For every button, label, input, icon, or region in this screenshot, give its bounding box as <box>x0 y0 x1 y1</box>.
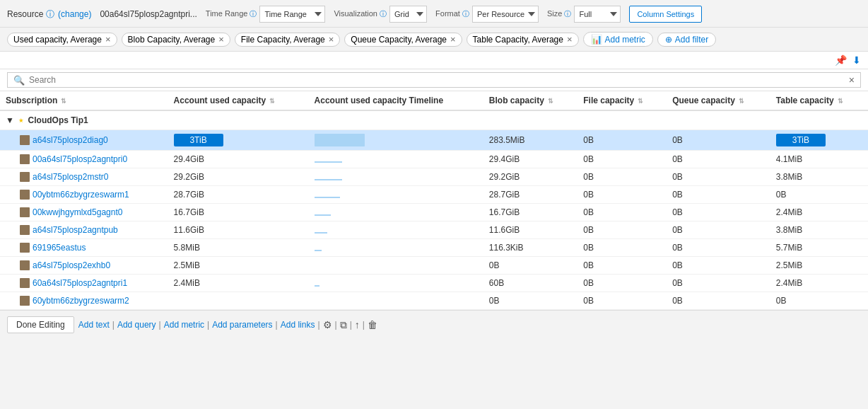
add-parameters-link[interactable]: Add parameters <box>212 320 272 330</box>
sort-icon-file[interactable]: ⇅ <box>638 98 643 105</box>
col-account-used: Account used capacity ⇅ <box>168 91 309 110</box>
sort-icon-subscription[interactable]: ⇅ <box>61 98 66 105</box>
group-icon: ⭑ <box>19 115 23 125</box>
sort-icon-used[interactable]: ⇅ <box>269 98 275 105</box>
time-range-select[interactable]: Time Range Last hour Last 4 hours Last 2… <box>259 6 325 23</box>
column-settings-button[interactable]: Column Settings <box>629 6 702 23</box>
resource-icon <box>20 135 30 145</box>
table-row[interactable]: 00kwwjhgymlxd5gagnt0 16.7GiB16.7GiB0B0B2… <box>0 204 868 221</box>
timeline-cell <box>309 257 483 275</box>
filter-chip-label-4: Table Capacity, Average <box>473 35 563 45</box>
resource-change-link[interactable]: (change) <box>58 9 91 19</box>
add-filter-button[interactable]: ⊕ Add filter <box>657 33 716 47</box>
group-row: ▼ ⭑ CloudOps Tip1 <box>0 110 868 130</box>
used-capacity-cell: 16.7GiB <box>168 204 309 221</box>
resource-link[interactable]: a64sl75plosp2exhb0 <box>33 260 110 270</box>
add-metric-footer-link[interactable]: Add metric <box>164 320 204 330</box>
timeline-line <box>315 179 342 180</box>
delete-icon[interactable]: 🗑 <box>368 319 377 330</box>
col-subscription: Subscription ⇅ <box>0 91 168 110</box>
resource-link[interactable]: 691965eastus <box>33 243 86 253</box>
file-capacity-cell: 0B <box>577 239 667 257</box>
size-select[interactable]: Full Medium Small <box>574 6 621 23</box>
add-filter-label: Add filter <box>675 35 708 45</box>
resource-link[interactable]: a64sl75plosp2diag0 <box>33 135 108 145</box>
settings-icon[interactable]: ⚙ <box>323 319 332 330</box>
resource-link[interactable]: a64sl75plosp2mstr0 <box>33 172 108 182</box>
add-text-link[interactable]: Add text <box>78 320 110 330</box>
filter-chip-4: Table Capacity, Average × <box>467 33 579 47</box>
blob-capacity-cell: 0B <box>483 292 577 310</box>
row-indent <box>6 243 17 253</box>
sort-icon-queue[interactable]: ⇅ <box>739 98 744 105</box>
search-clear-icon[interactable]: × <box>849 74 855 86</box>
file-capacity-cell: 0B <box>577 292 667 310</box>
file-capacity-cell: 0B <box>577 186 667 204</box>
resource-link[interactable]: 60a64sl75plosp2agntpri1 <box>33 278 127 288</box>
table-row[interactable]: a64sl75plosp2exhb0 2.5MiB0B0B0B2.5MiB <box>0 257 868 275</box>
queue-capacity-cell: 0B <box>667 257 770 275</box>
file-capacity-cell: 0B <box>577 130 667 151</box>
table-row[interactable]: 60a64sl75plosp2agntpri1 2.4MiB60B0B0B2.4… <box>0 275 868 292</box>
row-indent <box>6 154 17 164</box>
table-capacity-cell: 3TiB <box>770 130 868 151</box>
add-query-link[interactable]: Add query <box>117 320 156 330</box>
sort-icon-table[interactable]: ⇅ <box>838 98 843 105</box>
table-row[interactable]: 00ybtm66zbygrzeswarm1 28.7GiB28.7GiB0B0B… <box>0 186 868 204</box>
filter-chip-3: Queue Capacity, Average × <box>344 33 462 47</box>
timeline-line <box>315 285 320 287</box>
filter-chip-remove-3[interactable]: × <box>450 35 456 44</box>
sort-icon-blob[interactable]: ⇅ <box>548 98 553 105</box>
timeline-cell <box>309 292 483 310</box>
download-icon[interactable]: ⬇ <box>852 54 861 66</box>
used-capacity-cell: 2.4MiB <box>168 275 309 292</box>
filter-chip-remove-0[interactable]: × <box>105 35 111 44</box>
clone-icon[interactable]: ⧉ <box>340 319 347 331</box>
done-editing-button[interactable]: Done Editing <box>7 316 74 333</box>
pin-icon[interactable]: 📌 <box>835 54 847 66</box>
blob-capacity-cell: 0B <box>483 257 577 275</box>
table-row[interactable]: a64sl75plosp2agntpub 11.6GiB11.6GiB0B0B3… <box>0 221 868 239</box>
col-file: File capacity ⇅ <box>577 91 667 110</box>
table-row[interactable]: 00a64sl75plosp2agntpri0 29.4GiB29.4GiB0B… <box>0 151 868 168</box>
add-links-link[interactable]: Add links <box>281 320 315 330</box>
used-value: 29.4GiB <box>174 154 204 164</box>
visualization-select[interactable]: Grid Chart <box>389 6 427 23</box>
resource-link[interactable]: 00kwwjhgymlxd5gagnt0 <box>33 207 122 217</box>
footer-links: Add text | Add query | Add metric | Add … <box>78 319 377 331</box>
subscription-cell: a64sl75plosp2mstr0 <box>0 168 168 186</box>
row-indent <box>6 278 17 288</box>
subscription-cell: 00a64sl75plosp2agntpri0 <box>0 151 168 168</box>
search-input[interactable] <box>29 75 845 85</box>
file-capacity-cell: 0B <box>577 168 667 186</box>
table-row[interactable]: a64sl75plosp2mstr0 29.2GiB29.2GiB0B0B3.8… <box>0 168 868 186</box>
filter-chip-label-3: Queue Capacity, Average <box>351 35 447 45</box>
search-input-wrap: 🔍 × <box>7 72 861 88</box>
subscription-cell: a64sl75plosp2agntpub <box>0 221 168 239</box>
table-row[interactable]: 691965eastus 5.8MiB116.3KiB0B0B5.7MiB <box>0 239 868 257</box>
format-select[interactable]: Per Resource Total <box>472 6 539 23</box>
add-metric-button[interactable]: 📊 Add metric <box>583 32 653 47</box>
blob-capacity-cell: 29.4GiB <box>483 151 577 168</box>
resource-icon <box>20 172 30 182</box>
table-capacity-cell: 3.8MiB <box>770 221 868 239</box>
queue-capacity-cell: 0B <box>667 292 770 310</box>
resource-link[interactable]: 00ybtm66zbygrzeswarm1 <box>33 190 129 200</box>
filter-chip-remove-2[interactable]: × <box>329 35 334 44</box>
resource-link[interactable]: 60ybtm66zbygrzeswarm2 <box>33 296 129 306</box>
table-row[interactable]: 60ybtm66zbygrzeswarm2 0B0B0B0B <box>0 292 868 310</box>
filter-chip-remove-4[interactable]: × <box>567 35 573 44</box>
timeline-line <box>315 197 340 198</box>
time-range-label: Time Range ⓘ <box>206 9 257 19</box>
footer-bar: Done Editing Add text | Add query | Add … <box>0 310 868 339</box>
subscription-cell: 00kwwjhgymlxd5gagnt0 <box>0 204 168 221</box>
table-capacity-cell: 2.4MiB <box>770 275 868 292</box>
resource-link[interactable]: a64sl75plosp2agntpub <box>33 225 118 235</box>
resource-link[interactable]: 00a64sl75plosp2agntpri0 <box>33 154 127 164</box>
table-row[interactable]: a64sl75plosp2diag0 3TiB 283.5MiB0B0B3TiB <box>0 130 868 151</box>
table-capacity-cell: 2.5MiB <box>770 257 868 275</box>
expand-icon[interactable]: ▼ <box>6 115 14 125</box>
time-range-group: Time Range ⓘ Time Range Last hour Last 4… <box>206 6 326 23</box>
move-up-icon[interactable]: ↑ <box>355 319 360 330</box>
filter-chip-remove-1[interactable]: × <box>218 35 224 44</box>
